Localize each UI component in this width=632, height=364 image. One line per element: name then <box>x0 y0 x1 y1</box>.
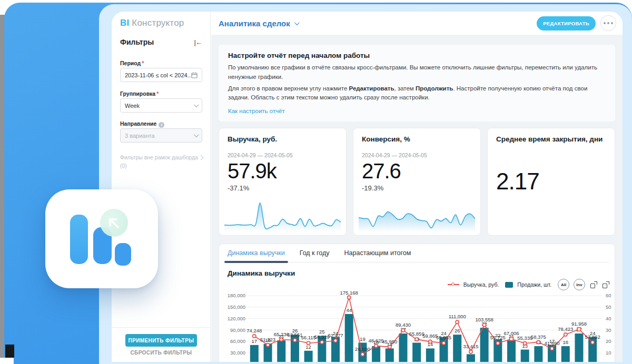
svg-text:56,115: 56,115 <box>301 335 315 340</box>
edit-button[interactable]: РЕДАКТИРОВАТЬ <box>537 16 596 31</box>
svg-text:20: 20 <box>606 339 611 345</box>
period-input[interactable]: 2023-11-06 ≤ col < 2024... <box>120 68 202 82</box>
svg-text:51,223: 51,223 <box>260 337 275 342</box>
direction-select[interactable]: 3 варианта <box>120 128 202 143</box>
more-options-button[interactable] <box>600 15 616 31</box>
how-to-configure-link[interactable]: Как настроить отчёт <box>228 108 285 114</box>
svg-text:17: 17 <box>252 338 258 344</box>
svg-text:58,329: 58,329 <box>314 334 330 340</box>
svg-text:175,168: 175,168 <box>340 290 358 296</box>
chevron-down-icon <box>194 102 199 107</box>
chart-tabs: Динамика выручки Год к году Нарастающим … <box>224 244 609 262</box>
svg-text:91,958: 91,958 <box>571 321 587 327</box>
backdrop-white-chip <box>0 358 14 364</box>
svg-text:74,248: 74,248 <box>246 328 262 333</box>
svg-text:63,551: 63,551 <box>287 332 302 338</box>
kpi-card-revenue: Выручка, руб. 2024-04-29 — 2024-05-05 57… <box>219 128 347 236</box>
export-icon[interactable] <box>590 281 597 288</box>
notice-paragraph-2: Для этого в правом верхнем углу нажмите … <box>228 84 606 103</box>
line-legend-marker <box>448 284 459 285</box>
period-label: Период* <box>120 60 144 66</box>
direction-label: Направлениеi <box>120 120 164 128</box>
chart-card: Динамика выручки Год к году Нарастающим … <box>219 244 615 362</box>
chevron-right-icon <box>199 155 204 160</box>
svg-text:19: 19 <box>360 336 366 342</box>
grouping-select[interactable]: Week <box>120 98 202 113</box>
svg-text:65,859: 65,859 <box>409 331 424 337</box>
svg-text:103,558: 103,558 <box>475 317 493 322</box>
svg-text:26,600: 26,600 <box>355 346 370 352</box>
report-title-dropdown[interactable]: Аналитика сделок <box>219 19 298 28</box>
svg-text:60: 60 <box>606 292 611 298</box>
tab-year-over-year[interactable]: Год к году <box>300 249 330 262</box>
sidebar-actions: ПРИМЕНИТЬ ФИЛЬТРЫ СБРОСИТЬ ФИЛЬТРЫ <box>112 327 210 362</box>
chevron-down-icon <box>194 132 199 137</box>
conversion-sparkline <box>359 199 475 232</box>
svg-text:78,423: 78,423 <box>558 326 573 332</box>
apply-filters-button[interactable]: ПРИМЕНИТЬ ФИЛЬТРЫ <box>125 334 197 347</box>
outer-filters-link[interactable]: Фильтры вне рамок дашборда (0) <box>120 154 204 170</box>
calendar-icon <box>191 72 197 78</box>
kpi-card-conversion: Конверсия, % 2024-04-29 — 2024-05-05 27.… <box>353 128 481 236</box>
notice-title: Настройте отчёт перед началом работы <box>228 52 606 59</box>
dashboard-main: Настройте отчёт перед началом работы По … <box>211 35 623 362</box>
app-window: BI Конструктор Фильтры |← Период* 2023-1… <box>112 12 623 362</box>
bi-app-icon <box>45 189 158 288</box>
svg-text:58,375: 58,375 <box>531 334 546 340</box>
svg-text:40: 40 <box>606 316 611 321</box>
chart-title: Динамика выручки <box>224 269 609 277</box>
top-bar: Аналитика сделок РЕДАКТИРОВАТЬ <box>211 12 623 35</box>
setup-notice: Настройте отчёт перед началом работы По … <box>219 45 615 122</box>
revenue-dynamics-chart: 30,00060,00090,000120,000150,000180,0000… <box>224 290 609 362</box>
svg-text:26: 26 <box>455 328 460 333</box>
svg-text:44: 44 <box>346 307 352 313</box>
grouping-label: Группировка* <box>120 90 159 97</box>
bar-legend-marker <box>505 282 513 288</box>
logo-bi: BI <box>120 18 129 28</box>
svg-text:48,625: 48,625 <box>369 338 384 343</box>
svg-text:89,430: 89,430 <box>396 322 411 328</box>
svg-text:111,000: 111,000 <box>449 314 466 319</box>
kpi-card-closing-time: Среднее время закрытия, дни 2.17 <box>487 128 615 236</box>
svg-text:65,236: 65,236 <box>274 331 289 337</box>
collapse-sidebar-icon[interactable]: |← <box>194 38 202 46</box>
filters-sidebar: BI Конструктор Фильтры |← Период* 2023-1… <box>112 12 211 362</box>
all-button[interactable]: All <box>558 279 569 290</box>
svg-text:120,000: 120,000 <box>228 316 245 321</box>
logo-name: Конструктор <box>132 18 184 28</box>
svg-text:30,000: 30,000 <box>230 350 245 356</box>
svg-text:90,000: 90,000 <box>230 327 245 333</box>
reset-filters-button[interactable]: СБРОСИТЬ ФИЛЬТРЫ <box>112 350 211 356</box>
svg-text:55,725: 55,725 <box>490 335 506 341</box>
svg-text:10: 10 <box>606 350 611 356</box>
svg-text:60,000: 60,000 <box>230 339 245 345</box>
svg-text:0: 0 <box>606 360 608 362</box>
icon-bar-3 <box>115 243 131 266</box>
svg-text:16: 16 <box>562 339 568 345</box>
inv-button[interactable]: Inv <box>574 279 585 290</box>
svg-text:30: 30 <box>606 327 611 333</box>
svg-text:45,950: 45,950 <box>382 339 397 345</box>
svg-text:180,000: 180,000 <box>228 292 245 298</box>
chevron-down-icon <box>294 20 300 25</box>
kpi-row: Выручка, руб. 2024-04-29 — 2024-05-05 57… <box>219 128 615 236</box>
backdrop-black-chip <box>5 345 14 358</box>
svg-text:33,415: 33,415 <box>463 343 478 349</box>
info-icon: i <box>159 122 164 128</box>
svg-text:62,477: 62,477 <box>328 332 343 338</box>
tab-cumulative[interactable]: Нарастающим итогом <box>344 249 411 262</box>
revenue-sparkline <box>224 199 341 232</box>
filters-title: Фильтры <box>120 38 154 46</box>
svg-text:41,690: 41,690 <box>545 340 560 346</box>
icon-bar-1 <box>70 215 88 264</box>
svg-text:150,000: 150,000 <box>228 304 245 310</box>
svg-text:55,955: 55,955 <box>436 335 451 341</box>
copy-icon[interactable] <box>603 281 609 288</box>
chart-legend: Выручка, руб. Продажи, шт. All Inv <box>224 279 609 290</box>
app-logo: BI Конструктор <box>120 18 184 28</box>
notice-paragraph-1: По умолчанию все графики в отчёте связан… <box>228 63 606 82</box>
arrow-up-left-icon <box>105 214 123 231</box>
svg-text:57,862: 57,862 <box>585 334 600 340</box>
svg-text:50: 50 <box>606 304 611 310</box>
tab-revenue-dynamics[interactable]: Динамика выручки <box>228 249 285 262</box>
